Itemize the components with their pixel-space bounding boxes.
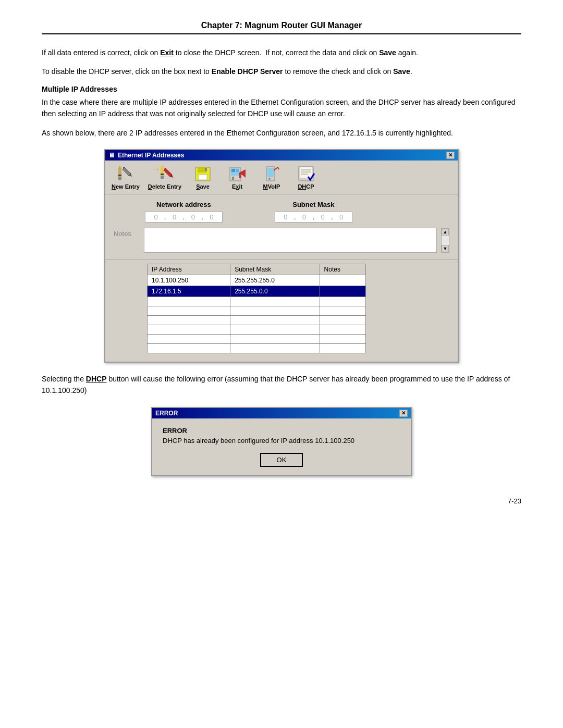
ip-table: IP Address Subnet Mask Notes 10.1.100.25… — [147, 264, 366, 353]
table-row[interactable] — [148, 297, 366, 306]
delete-entry-icon: ✦ — [155, 165, 175, 182]
error-bold-text: ERROR — [163, 427, 400, 435]
svg-rect-23 — [232, 177, 234, 180]
cell-subnet: 255.255.255.0 — [230, 275, 320, 286]
svg-rect-21 — [231, 169, 235, 172]
delete-entry-button[interactable]: ✦ Delete Entry — [148, 165, 181, 190]
scroll-down-arrow[interactable]: ▼ — [442, 245, 449, 252]
subnet-mask-input[interactable]: . . . — [275, 212, 352, 223]
svg-marker-12 — [164, 168, 172, 177]
sub-octet-4[interactable] — [334, 213, 349, 221]
notes-label: Notes — [114, 228, 140, 238]
table-row[interactable] — [148, 306, 366, 315]
svg-rect-10 — [161, 174, 164, 175]
table-row[interactable] — [148, 325, 366, 334]
error-message-text: DHCP has already been configured for IP … — [163, 437, 400, 445]
subnet-mask-label: Subnet Mask — [275, 201, 352, 208]
svg-marker-2 — [118, 165, 121, 168]
network-address-input[interactable]: . . . — [145, 212, 223, 223]
dialog-title-icon: 🖥 — [108, 152, 115, 159]
table-area: IP Address Subnet Mask Notes 10.1.100.25… — [105, 260, 458, 362]
svg-rect-27 — [267, 168, 274, 177]
svg-rect-17 — [199, 175, 207, 180]
delete-entry-label: Delete Entry — [148, 183, 181, 190]
form-area: Network address . . . Subnet Mask . — [105, 194, 458, 260]
paragraph-2: To disable the DHCP server, click on the… — [42, 66, 521, 77]
table-row[interactable]: 172.16.1.5 255.255.0.0 — [148, 286, 366, 297]
sub-octet-1[interactable] — [278, 213, 293, 221]
paragraph-5: Selecting the DHCP button will cause the… — [42, 373, 521, 397]
dialog-title: Ethernet IP Addresses — [118, 152, 184, 159]
scroll-up-arrow[interactable]: ▲ — [442, 228, 449, 236]
svg-rect-3 — [118, 175, 121, 176]
exit-button[interactable]: Exit — [224, 165, 250, 190]
notes-textarea[interactable] — [144, 228, 437, 253]
toolbar: New Entry ✦ Delete Entry — [105, 161, 458, 194]
mvoip-button[interactable]: MVoIP — [259, 165, 285, 190]
network-address-label: Network address — [145, 201, 223, 208]
col-notes: Notes — [320, 264, 365, 275]
exit-icon — [227, 165, 247, 182]
ok-button[interactable]: OK — [260, 453, 303, 467]
paragraph-4: As shown below, there are 2 IP addresses… — [42, 127, 521, 139]
dhcp-toolbar-button[interactable]: DHCP — [293, 165, 319, 190]
dhcp-icon — [296, 165, 316, 182]
section-heading: Multiple IP Addresses — [42, 85, 521, 93]
error-close-button[interactable]: ✕ — [399, 410, 408, 417]
table-row[interactable]: 10.1.100.250 255.255.255.0 — [148, 275, 366, 286]
mvoip-icon — [262, 165, 282, 182]
paragraph-3: In the case where there are multiple IP … — [42, 96, 521, 120]
svg-rect-22 — [236, 169, 239, 172]
col-subnet: Subnet Mask — [230, 264, 320, 275]
new-entry-label: New Entry — [112, 183, 140, 190]
svg-marker-9 — [161, 165, 164, 167]
notes-scrollbar[interactable]: ▲ ▼ — [441, 228, 449, 253]
svg-point-28 — [268, 178, 271, 180]
table-row[interactable] — [148, 334, 366, 343]
svg-rect-32 — [300, 167, 312, 178]
chapter-divider — [42, 33, 521, 34]
col-ip: IP Address — [148, 264, 230, 275]
svg-text:✦: ✦ — [155, 167, 160, 172]
cell-ip: 10.1.100.250 — [148, 275, 230, 286]
cell-notes — [320, 286, 365, 297]
sub-octet-3[interactable] — [315, 213, 330, 221]
table-row[interactable] — [148, 343, 366, 353]
save-button[interactable]: Save — [190, 165, 216, 190]
net-octet-3[interactable] — [186, 213, 200, 221]
error-titlebar: ERROR ✕ — [152, 408, 411, 418]
dhcp-label: DHCP — [298, 183, 314, 190]
mvoip-label: MVoIP — [263, 183, 280, 190]
exit-label: Exit — [232, 183, 242, 190]
net-octet-4[interactable] — [204, 213, 219, 221]
error-dialog: ERROR ✕ ERROR DHCP has already been conf… — [151, 407, 412, 476]
new-entry-button[interactable]: New Entry — [112, 165, 140, 190]
paragraph-1: If all data entered is correct, click on… — [42, 47, 521, 58]
page-number: 7-23 — [42, 497, 521, 505]
error-content: ERROR DHCP has already been configured f… — [152, 418, 411, 475]
save-icon — [193, 165, 213, 182]
svg-line-30 — [278, 167, 279, 169]
error-title: ERROR — [155, 410, 178, 417]
cell-ip: 172.16.1.5 — [148, 286, 230, 297]
table-row[interactable] — [148, 315, 366, 325]
cell-notes — [320, 275, 365, 286]
chapter-title: Chapter 7: Magnum Router GUI Manager — [42, 21, 521, 30]
svg-marker-5 — [123, 167, 131, 176]
net-octet-1[interactable] — [149, 213, 163, 221]
net-octet-2[interactable] — [167, 213, 182, 221]
svg-rect-25 — [239, 172, 241, 178]
ethernet-dialog: 🖥 Ethernet IP Addresses ✕ New Entry — [104, 149, 459, 363]
ethernet-titlebar: 🖥 Ethernet IP Addresses ✕ — [105, 150, 458, 161]
new-entry-icon — [116, 165, 136, 182]
close-button[interactable]: ✕ — [446, 152, 455, 159]
sub-octet-2[interactable] — [297, 213, 312, 221]
scroll-track — [442, 236, 449, 245]
save-label: Save — [196, 183, 210, 190]
cell-subnet: 255.255.0.0 — [230, 286, 320, 297]
svg-rect-16 — [198, 167, 206, 172]
svg-rect-18 — [205, 168, 207, 171]
